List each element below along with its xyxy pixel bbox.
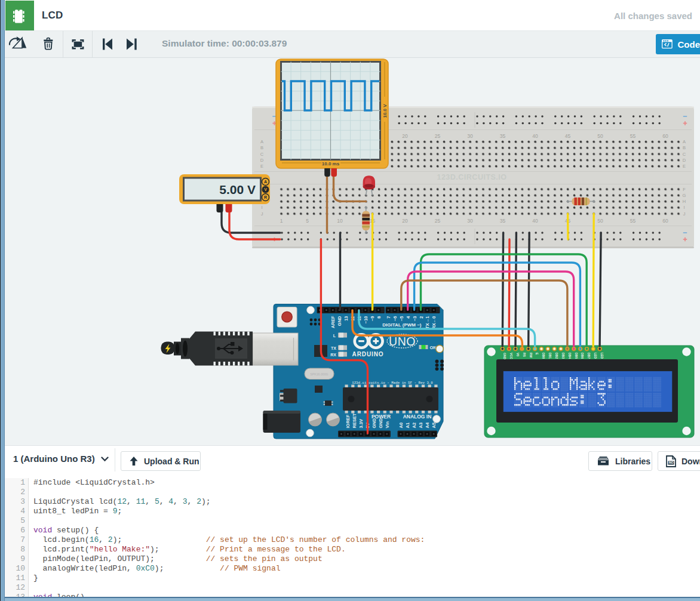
- svg-text:B: B: [260, 145, 263, 150]
- svg-text:J: J: [261, 211, 263, 217]
- svg-text:8: 8: [376, 316, 382, 319]
- svg-text:Vin: Vin: [385, 421, 390, 429]
- svg-text:40: 40: [532, 133, 538, 139]
- svg-text:~3: ~3: [412, 316, 417, 322]
- svg-text:25: 25: [435, 218, 441, 224]
- svg-text:10.0 V: 10.0 V: [382, 104, 388, 118]
- svg-text:RS: RS: [523, 353, 526, 357]
- svg-text:35: 35: [500, 218, 506, 224]
- svg-text:50: 50: [597, 218, 603, 224]
- svg-text:I: I: [261, 205, 262, 210]
- svg-text:IOREF: IOREF: [345, 414, 351, 428]
- svg-text:A: A: [260, 139, 263, 144]
- svg-text:POWER: POWER: [372, 414, 391, 420]
- svg-text:V: V: [264, 187, 267, 192]
- svg-text:40: 40: [532, 218, 538, 224]
- svg-text:ARDUINO: ARDUINO: [352, 351, 384, 357]
- svg-text:13: 13: [343, 316, 349, 321]
- svg-text:7: 7: [386, 316, 391, 319]
- svg-text:G: G: [683, 193, 686, 198]
- svg-text:RW: RW: [529, 353, 533, 358]
- svg-text:45: 45: [565, 133, 571, 139]
- svg-text:J: J: [683, 211, 686, 217]
- svg-text:UNO: UNO: [389, 335, 416, 348]
- svg-text:~5: ~5: [399, 316, 404, 322]
- svg-text:DIGITAL (PWM ~): DIGITAL (PWM ~): [382, 322, 422, 328]
- svg-text:SPK16.000G: SPK16.000G: [310, 372, 328, 376]
- svg-text:3.3V: 3.3V: [358, 419, 364, 428]
- svg-text:INO: INO: [668, 461, 674, 464]
- svg-text:A: A: [683, 139, 686, 144]
- svg-text:60: 60: [662, 133, 668, 139]
- svg-text:~9: ~9: [370, 316, 375, 322]
- svg-text:30: 30: [467, 133, 473, 139]
- svg-text:10.0 ms: 10.0 ms: [322, 161, 340, 167]
- svg-text:A4: A4: [425, 422, 430, 428]
- svg-text:20: 20: [402, 218, 408, 224]
- svg-text:R: R: [264, 195, 267, 199]
- svg-text:2: 2: [419, 316, 424, 319]
- svg-text:RX←0: RX←0: [431, 316, 437, 329]
- svg-text:DB4: DB4: [568, 353, 572, 359]
- svg-text:F: F: [683, 187, 686, 192]
- svg-text:TX→1: TX→1: [425, 316, 430, 329]
- svg-text:5.00 V: 5.00 V: [219, 183, 256, 196]
- svg-text:D: D: [260, 158, 264, 163]
- svg-text:B: B: [683, 145, 686, 150]
- svg-text:5: 5: [306, 218, 309, 224]
- svg-text:50: 50: [597, 133, 603, 139]
- svg-text:123D.CIRCUITS.IO: 123D.CIRCUITS.IO: [437, 173, 506, 181]
- svg-text:I: I: [683, 205, 684, 210]
- svg-text:~10: ~10: [363, 316, 369, 324]
- svg-text:GND: GND: [337, 316, 342, 326]
- svg-text:DB6: DB6: [581, 353, 584, 359]
- svg-text:35: 35: [500, 133, 506, 139]
- svg-text:A5: A5: [431, 423, 437, 429]
- svg-text:RX: RX: [330, 353, 336, 357]
- svg-text:10: 10: [337, 218, 343, 224]
- svg-text:E: E: [260, 164, 263, 169]
- svg-text:25: 25: [435, 133, 441, 139]
- svg-text:D: D: [683, 158, 686, 163]
- svg-text:E: E: [683, 164, 686, 169]
- svg-text:DB3: DB3: [561, 353, 565, 359]
- svg-text:60: 60: [662, 218, 668, 224]
- svg-text:LED: LED: [594, 353, 597, 359]
- svg-text:L: L: [333, 334, 336, 338]
- svg-text:GND: GND: [503, 353, 506, 360]
- svg-text:20: 20: [402, 133, 408, 139]
- svg-text:C: C: [683, 152, 686, 157]
- svg-text:55: 55: [630, 133, 636, 139]
- svg-text:A3: A3: [418, 423, 423, 429]
- svg-text:DB2: DB2: [555, 353, 558, 359]
- svg-text:H: H: [683, 199, 686, 204]
- svg-text:1: 1: [280, 218, 283, 224]
- svg-text:A2: A2: [412, 423, 417, 429]
- svg-text:AREF: AREF: [330, 316, 336, 328]
- svg-text:DB7: DB7: [587, 353, 591, 359]
- svg-text:A0: A0: [398, 423, 404, 429]
- svg-text:30: 30: [467, 218, 473, 224]
- svg-text:123d.circuits.io - Made in SF: 123d.circuits.io - Made in SF - Rev 3.0: [352, 381, 433, 385]
- svg-text:DB1: DB1: [548, 353, 552, 359]
- svg-text:55: 55: [630, 218, 636, 224]
- svg-text:~6: ~6: [392, 316, 398, 322]
- svg-text:DB5: DB5: [575, 353, 578, 359]
- svg-text:V0: V0: [516, 353, 520, 356]
- svg-text:C: C: [260, 152, 264, 157]
- svg-text:LED: LED: [600, 353, 604, 359]
- svg-text:A1: A1: [405, 423, 410, 429]
- svg-text:ANALOG IN: ANALOG IN: [403, 414, 432, 420]
- svg-text:TX: TX: [331, 346, 336, 350]
- svg-text:VCC: VCC: [509, 353, 513, 359]
- svg-text:DB0: DB0: [542, 353, 545, 359]
- svg-text:RESET: RESET: [352, 413, 357, 428]
- svg-text:A: A: [264, 180, 267, 184]
